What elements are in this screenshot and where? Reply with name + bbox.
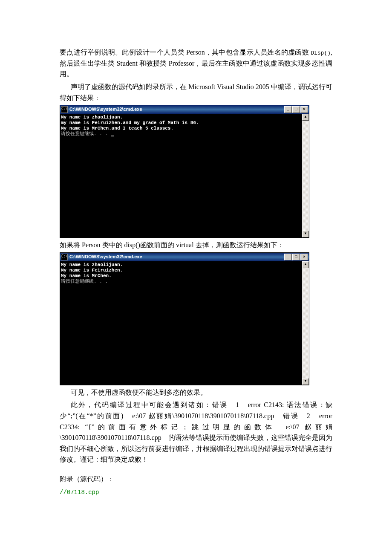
minimize-button[interactable]: _ bbox=[284, 106, 292, 113]
cmd-icon: C:\ bbox=[61, 106, 68, 113]
text: Person bbox=[186, 49, 205, 56]
paragraph-4: 可见，不使用虚函数便不能达到多态的效果。 bbox=[60, 387, 332, 398]
scroll-up-button[interactable]: ▲ bbox=[302, 114, 309, 121]
paragraph-2: 声明了虚函数的源代码如附录所示，在 Microsoft Visual Studi… bbox=[60, 81, 332, 103]
console-line: My name is MrChen.and I teach 5 classes. bbox=[61, 126, 309, 131]
text: 如果将 bbox=[60, 241, 82, 249]
text: disp() bbox=[124, 241, 140, 249]
text: Student bbox=[117, 60, 139, 67]
titlebar[interactable]: C:\ C:\WINDOWS\system32\cmd.exe _ □ × bbox=[60, 253, 309, 261]
scrollbar[interactable]: ▲ ▼ bbox=[302, 261, 309, 385]
text: 去掉，则函数运行结果如下： bbox=[196, 241, 284, 249]
titlebar[interactable]: C:\ C:\WINDOWS\system32\cmd.exe _ □ × bbox=[60, 105, 309, 114]
maximize-button[interactable]: □ bbox=[292, 106, 300, 113]
text: 要点进行举例说明。此例设计一个人员类 bbox=[60, 49, 186, 56]
console-window-1: C:\ C:\WINDOWS\system32\cmd.exe _ □ × My… bbox=[60, 105, 309, 238]
scroll-down-button[interactable]: ▼ bbox=[302, 231, 309, 237]
console-line: My name is zhaolijuan. bbox=[61, 262, 309, 268]
text: Professor bbox=[169, 60, 194, 67]
window-buttons: _ □ × bbox=[284, 254, 308, 260]
window-title: C:\WINDOWS\system32\cmd.exe bbox=[69, 106, 142, 113]
close-button[interactable]: × bbox=[300, 254, 308, 260]
scroll-down-button[interactable]: ▼ bbox=[302, 378, 309, 385]
close-button[interactable]: × bbox=[300, 106, 308, 113]
scroll-up-button[interactable]: ▲ bbox=[302, 261, 309, 268]
console-line: My name is MrChen. bbox=[61, 273, 309, 279]
maximize-button[interactable]: □ bbox=[292, 254, 300, 260]
text: Person bbox=[82, 241, 102, 249]
text: Disp() bbox=[311, 50, 331, 56]
console-body: My name is zhaolijuan. my name is Feirui… bbox=[60, 114, 309, 237]
scrollbar[interactable]: ▲ ▼ bbox=[302, 114, 309, 237]
scroll-track[interactable] bbox=[302, 268, 309, 378]
cmd-icon: C:\ bbox=[61, 254, 68, 260]
text: Microsoft Visual Studio 2005 bbox=[188, 83, 271, 90]
cursor-icon bbox=[111, 136, 114, 136]
minimize-button[interactable]: _ bbox=[284, 254, 292, 260]
paragraph-3: 如果将 Person 类中的 disp()函数前面的 virtual 去掉，则函… bbox=[60, 240, 332, 251]
text: 类中的 bbox=[102, 241, 124, 249]
appendix-heading: 附录（源代码）： bbox=[60, 474, 332, 485]
scroll-track[interactable] bbox=[302, 121, 309, 231]
console-line: My name is Feiruizhen. bbox=[61, 268, 309, 273]
code-file-comment: //07118.cpp bbox=[60, 486, 332, 497]
console-line: my name is Feiruizhen.and my grade of Ma… bbox=[61, 120, 309, 126]
text: virtual bbox=[176, 241, 196, 249]
text: 函数前面的 bbox=[140, 241, 176, 249]
text: 声明了虚函数的源代码如附录所示，在 bbox=[71, 83, 189, 90]
window-buttons: _ □ × bbox=[284, 106, 308, 113]
paragraph-5: 此外，代码编译过程中可能会遇到诸如：错误 1 error C2143: 语法错误… bbox=[60, 399, 332, 465]
paragraph-1: 要点进行举例说明。此例设计一个人员类 Person，其中包含显示人员姓名的虚函数… bbox=[60, 47, 332, 80]
console-line: My name is zhaolijuan. bbox=[61, 115, 309, 120]
text: ，其中包含显示人员姓名的虚函数 bbox=[205, 49, 311, 56]
console-line: 请按任意键继续. . . bbox=[61, 131, 309, 137]
text: 和教授类 bbox=[139, 60, 169, 67]
console-line: 请按任意键继续. . . bbox=[61, 279, 309, 284]
console-window-2: C:\ C:\WINDOWS\system32\cmd.exe _ □ × My… bbox=[60, 252, 309, 385]
console-body: My name is zhaolijuan. My name is Feirui… bbox=[60, 261, 309, 385]
window-title: C:\WINDOWS\system32\cmd.exe bbox=[69, 253, 142, 261]
